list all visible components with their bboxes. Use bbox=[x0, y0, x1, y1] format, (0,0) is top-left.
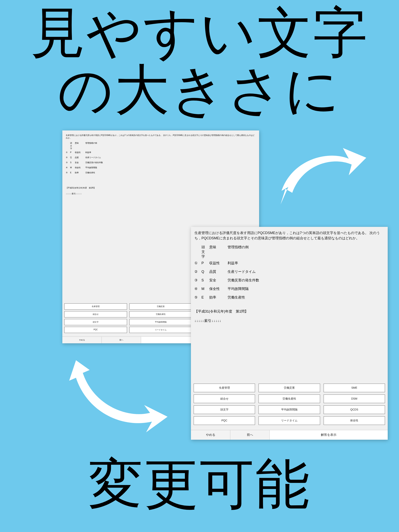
answer-cell[interactable]: 労働生産性 bbox=[258, 394, 320, 403]
option-num: ⑤ bbox=[66, 171, 68, 174]
option-letter: P bbox=[201, 261, 206, 265]
option-letter: E bbox=[201, 295, 206, 299]
option-example: 利益率 bbox=[85, 151, 256, 154]
header-meaning: 意味 bbox=[209, 245, 225, 249]
option-num: ③ bbox=[194, 278, 199, 282]
option-letter: S bbox=[70, 161, 73, 164]
option-example: 平均故障間隔 bbox=[228, 286, 384, 291]
quit-button[interactable]: やめる bbox=[191, 430, 230, 440]
option-meaning: 収益性 bbox=[209, 261, 225, 266]
year-label: 【平成31(令和元年)年度 第1問】 bbox=[194, 309, 384, 314]
option-row: ①P収益性利益率 bbox=[194, 261, 384, 266]
header-example: 管理指標の例 bbox=[228, 245, 384, 249]
option-meaning: 安全 bbox=[209, 278, 225, 283]
answer-cell[interactable]: 組合せ bbox=[64, 311, 127, 317]
option-example: 生産リードタイム bbox=[228, 269, 384, 274]
option-letter: Q bbox=[70, 156, 73, 158]
option-letter: Q bbox=[201, 270, 206, 274]
option-example: 平均故障間隔 bbox=[85, 166, 256, 169]
headline-top: 見やすい文字 の大きさに bbox=[0, 4, 399, 118]
option-example: 労働災害の発生件数 bbox=[228, 278, 384, 283]
answer-grid: 生産管理労働災害SME組合せ労働生産性DSM頭文字平均故障間隔QCDSPQCリー… bbox=[191, 384, 388, 430]
option-letter: M bbox=[70, 166, 73, 169]
option-meaning: 品質 bbox=[75, 156, 83, 159]
option-row: ②Q品質生産リードタイム bbox=[66, 156, 256, 159]
answer-cell[interactable]: 生産管理 bbox=[194, 384, 255, 392]
headline-top-line1: 見やすい文字 bbox=[31, 2, 369, 63]
option-example: 生産リードタイム bbox=[85, 156, 256, 159]
bottom-bar: やめる 前へ 解答を表示 bbox=[191, 430, 388, 440]
header-letter: 頭文字 bbox=[70, 142, 73, 150]
headline-bottom: 変更可能 bbox=[0, 455, 399, 513]
answer-cell[interactable]: 頭文字 bbox=[64, 319, 127, 325]
answer-cell[interactable]: 頭文字 bbox=[194, 405, 255, 414]
option-row: ④M保全性平均故障間隔 bbox=[194, 286, 384, 291]
option-header: 頭文字 意味 管理指標の例 bbox=[66, 142, 256, 150]
option-meaning: 保全性 bbox=[209, 286, 225, 291]
header-example: 管理指標の例 bbox=[85, 142, 256, 145]
index-label: ↓↓↓↓↓索引↓↓↓↓↓ bbox=[194, 318, 384, 323]
headline-top-line2: の大きさに bbox=[58, 59, 341, 120]
option-letter: S bbox=[201, 278, 206, 282]
option-row: ④M保全性平均故障間隔 bbox=[66, 166, 256, 169]
prev-button[interactable]: 前へ bbox=[102, 337, 141, 343]
answer-cell[interactable]: QCDS bbox=[324, 405, 385, 414]
option-row: ⑤E効率労働生産性 bbox=[194, 295, 384, 300]
index-label: ↓↓↓↓↓索引↓↓↓↓↓ bbox=[66, 192, 256, 195]
answer-cell[interactable]: 保全性 bbox=[324, 416, 385, 425]
year-label: 【平成31(令和元年)年度 第1問】 bbox=[66, 187, 256, 189]
option-num: ⑤ bbox=[194, 295, 199, 299]
answer-cell[interactable]: PQC bbox=[194, 416, 255, 425]
question-text: 生産管理における評価尺度を表す用語にPQCDSMEがあり，これは7つの英単語の頭… bbox=[194, 230, 384, 241]
option-letter: M bbox=[201, 287, 206, 291]
option-num: ③ bbox=[66, 161, 68, 164]
option-example: 利益率 bbox=[228, 261, 384, 266]
option-meaning: 品質 bbox=[209, 269, 225, 274]
answer-row: 生産管理労働災害SME bbox=[194, 384, 385, 392]
answer-cell[interactable]: SME bbox=[324, 384, 385, 392]
answer-cell[interactable]: リードタイム bbox=[129, 327, 192, 333]
answer-cell[interactable]: PQC bbox=[64, 327, 127, 333]
option-letter: E bbox=[70, 171, 73, 174]
answer-row: 頭文字平均故障間隔QCDS bbox=[194, 405, 385, 414]
question-text: 生産管理における評価尺度を表す用語にPQCDSMEがあり，これは7つの英単語の頭… bbox=[66, 134, 256, 139]
headline-bottom-text: 変更可能 bbox=[88, 454, 311, 514]
quit-button[interactable]: やめる bbox=[62, 337, 102, 343]
answer-cell[interactable]: リードタイム bbox=[258, 416, 320, 425]
option-num: ① bbox=[194, 261, 199, 265]
answer-cell[interactable]: 平均故障間隔 bbox=[258, 405, 320, 414]
question-area: 生産管理における評価尺度を表す用語にPQCDSMEがあり，これは7つの英単語の頭… bbox=[191, 227, 388, 384]
prev-button[interactable]: 前へ bbox=[230, 430, 270, 440]
answer-cell[interactable]: 労働災害 bbox=[258, 384, 320, 392]
option-meaning: 収益性 bbox=[75, 151, 83, 154]
option-example: 労働生産性 bbox=[85, 171, 256, 174]
answer-cell[interactable]: 生産管理 bbox=[64, 303, 127, 310]
option-meaning: 効率 bbox=[209, 295, 225, 300]
option-table: 頭文字 意味 管理指標の例 ①P収益性利益率②Q品質生産リードタイム③S安全労働… bbox=[194, 245, 384, 300]
option-row: ⑤E効率労働生産性 bbox=[66, 171, 256, 174]
header-letter: 頭文字 bbox=[201, 245, 206, 259]
screenshot-large-text: 生産管理における評価尺度を表す用語にPQCDSMEがあり，これは7つの英単語の頭… bbox=[191, 227, 388, 440]
answer-row: PQCリードタイム保全性 bbox=[194, 416, 385, 425]
option-row: ③S安全労働災害の発生件数 bbox=[66, 161, 256, 164]
show-answer-button[interactable]: 解答を表示 bbox=[270, 430, 388, 440]
option-meaning: 保全性 bbox=[75, 166, 83, 169]
answer-cell[interactable]: 平均故障間隔 bbox=[129, 319, 192, 325]
option-example: 労働生産性 bbox=[228, 295, 384, 300]
option-letter: P bbox=[70, 151, 73, 153]
option-header: 頭文字 意味 管理指標の例 bbox=[194, 245, 384, 259]
option-example: 労働災害の発生件数 bbox=[85, 161, 256, 164]
answer-cell[interactable]: 労働生産性 bbox=[129, 311, 192, 317]
answer-cell[interactable]: 組合せ bbox=[194, 394, 255, 403]
option-num: ② bbox=[194, 270, 199, 274]
option-num: ④ bbox=[66, 166, 68, 169]
answer-cell[interactable]: DSM bbox=[324, 394, 385, 403]
option-num: ④ bbox=[194, 287, 199, 291]
answer-row: 組合せ労働生産性DSM bbox=[194, 394, 385, 403]
option-num: ① bbox=[66, 151, 68, 153]
header-meaning: 意味 bbox=[75, 142, 83, 145]
option-table: 頭文字 意味 管理指標の例 ①P収益性利益率②Q品質生産リードタイム③S安全労働… bbox=[66, 142, 256, 174]
option-row: ①P収益性利益率 bbox=[66, 151, 256, 154]
option-num: ② bbox=[66, 156, 68, 158]
answer-cell[interactable]: 労働災害 bbox=[129, 303, 192, 310]
